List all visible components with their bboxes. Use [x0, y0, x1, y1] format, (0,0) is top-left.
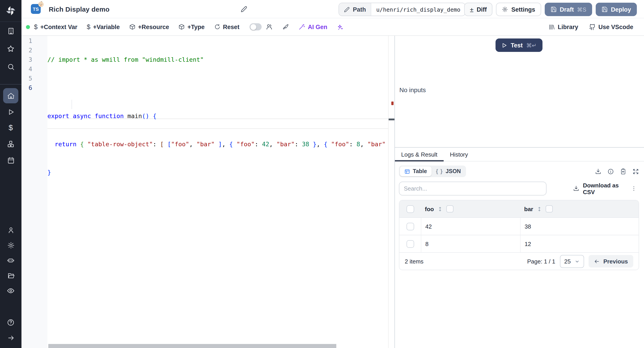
windmill-logo[interactable] — [0, 0, 22, 22]
collaboration-toggle[interactable] — [250, 23, 262, 30]
home-icon — [7, 92, 14, 100]
code-line[interactable] — [48, 83, 388, 92]
sidebar-help-group — [0, 315, 22, 345]
ai-sparkles-button[interactable] — [337, 24, 344, 30]
sidebar-item-folders[interactable] — [0, 268, 22, 283]
sidebar-item-workers[interactable] — [0, 253, 22, 268]
sort-icon[interactable] — [537, 206, 542, 212]
horizontal-scrollbar[interactable] — [48, 344, 336, 348]
previous-page-button[interactable]: Previous — [588, 255, 633, 268]
column-header-bar[interactable]: bar — [520, 205, 639, 212]
add-type-button[interactable]: +Type — [178, 24, 204, 30]
settings-button[interactable]: Settings — [496, 3, 541, 16]
code-editor[interactable]: 1 2 3 4 5 6 // import * as wmill from "w… — [22, 36, 394, 348]
save-icon — [550, 6, 556, 12]
expand-icon[interactable] — [632, 168, 639, 175]
view-toggle-table[interactable]: Table — [400, 166, 431, 176]
cell-foo: 8 — [421, 235, 520, 252]
deploy-button[interactable]: Deploy — [596, 3, 637, 16]
code-line[interactable]: return { "table-row-object": [ ["foo", "… — [48, 140, 388, 149]
typescript-badge: TS — [31, 4, 41, 14]
test-button[interactable]: Test ⌘↵ — [496, 38, 542, 52]
braces-icon: { } — [436, 168, 443, 174]
add-variable-button[interactable]: $ +Variable — [87, 23, 120, 30]
add-resource-button[interactable]: +Resource — [129, 24, 169, 30]
code-line[interactable]: export async function main() { — [48, 112, 388, 121]
sidebar-item-help[interactable] — [0, 315, 22, 330]
sidebar-item-favorites[interactable] — [0, 40, 22, 58]
use-vscode-button[interactable]: Use VScode — [589, 24, 633, 30]
calendar-icon — [7, 156, 14, 164]
reset-label: Reset — [223, 24, 240, 30]
kebab-menu-icon[interactable] — [631, 185, 637, 192]
cell-foo: 42 — [421, 218, 520, 235]
cell-bar: 38 — [520, 218, 639, 235]
sidebar-item-expand[interactable] — [0, 330, 22, 345]
column-header-foo[interactable]: foo — [421, 205, 520, 212]
dollar-icon: $ — [34, 23, 38, 30]
search-icon — [7, 63, 14, 70]
info-icon[interactable] — [607, 168, 614, 175]
deploy-button-label: Deploy — [611, 6, 631, 13]
editor-code[interactable]: // import * as wmill from "windmill-clie… — [48, 36, 388, 224]
sidebar-item-search[interactable] — [0, 58, 22, 76]
users-icon — [266, 23, 273, 30]
table-footer: 2 items Page: 1 / 1 25 — [399, 252, 639, 270]
draft-button[interactable]: Draft ⌘S — [544, 3, 592, 16]
sidebar-item-users[interactable] — [0, 222, 22, 238]
sidebar: $ — [0, 0, 22, 348]
add-context-var-button[interactable]: $ +Context Var — [34, 23, 77, 30]
sidebar-nav-bottom — [0, 222, 22, 348]
ai-gen-button[interactable]: AI Gen — [298, 24, 327, 30]
table-row[interactable]: 42 38 — [399, 218, 639, 235]
save-icon — [602, 6, 608, 12]
sort-icon[interactable] — [438, 206, 443, 212]
sidebar-item-settings[interactable] — [0, 238, 22, 253]
format-code-button[interactable] — [282, 24, 289, 30]
view-toggle-json[interactable]: { } JSON — [431, 166, 465, 176]
row-checkbox[interactable] — [406, 222, 414, 230]
editor-toolbar: $ +Context Var $ +Variable +Resource +Ty… — [22, 18, 644, 36]
line-number: 4 — [22, 64, 32, 74]
app-window: $ — [0, 0, 644, 348]
sidebar-item-home[interactable] — [0, 88, 22, 104]
search-input[interactable] — [399, 182, 546, 196]
code-line[interactable]: // import * as wmill from "windmill-clie… — [48, 55, 388, 64]
path-button-left: Path — [339, 3, 372, 16]
sidebar-divider — [0, 84, 22, 84]
line-number: 2 — [22, 46, 32, 55]
column-option-box[interactable] — [546, 205, 553, 212]
test-shortcut: ⌘↵ — [526, 42, 537, 48]
code-line[interactable] — [48, 196, 388, 205]
gear-icon — [7, 241, 14, 249]
sidebar-item-schedules[interactable] — [0, 152, 22, 168]
diff-button[interactable]: ± Diff — [464, 3, 492, 16]
paintbrush-icon — [282, 24, 289, 30]
status-dot — [26, 25, 30, 29]
page-size-select[interactable]: 25 — [560, 255, 584, 268]
edit-title-button[interactable] — [240, 6, 247, 12]
table-search-row: Download as CSV — [399, 182, 639, 196]
main-column: TS Rich Display demo — [22, 0, 644, 348]
column-option-box[interactable] — [446, 205, 454, 212]
sidebar-item-audit[interactable] — [0, 283, 22, 298]
download-icon[interactable] — [595, 168, 602, 175]
path-button[interactable]: Path u/henri/rich_display_demo — [338, 3, 466, 16]
download-csv-button[interactable]: Download as CSV — [573, 182, 631, 195]
sidebar-item-variables[interactable]: $ — [0, 120, 22, 136]
library-button[interactable]: Library — [548, 24, 578, 30]
sidebar-item-runs[interactable] — [0, 104, 22, 120]
code-line[interactable]: } — [48, 168, 388, 177]
row-checkbox[interactable] — [406, 240, 414, 248]
collaborators-button[interactable] — [266, 23, 273, 30]
reset-button[interactable]: Reset — [214, 24, 240, 30]
select-all-checkbox[interactable] — [406, 205, 414, 213]
tab-logs-result[interactable]: Logs & Result — [395, 148, 444, 161]
clipboard-copy-icon[interactable] — [620, 168, 626, 175]
tab-history[interactable]: History — [444, 148, 474, 161]
reset-icon — [214, 24, 220, 30]
sidebar-item-resources[interactable] — [0, 136, 22, 152]
table-row[interactable]: 8 12 — [399, 235, 639, 252]
test-button-label: Test — [511, 42, 523, 48]
sidebar-item-workspace[interactable] — [0, 22, 22, 40]
